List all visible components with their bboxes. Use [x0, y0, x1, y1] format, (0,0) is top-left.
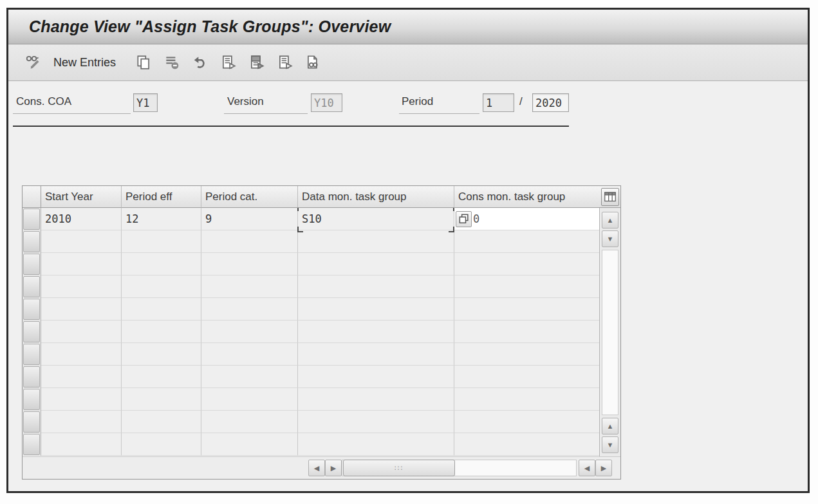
cell-cons-mon-task-group[interactable]	[454, 321, 599, 343]
cell-period-cat[interactable]	[201, 275, 298, 298]
cell-data-mon-task-group[interactable]: S10	[298, 208, 454, 230]
select-all-corner[interactable]	[23, 186, 41, 208]
cell-period-cat[interactable]	[201, 433, 298, 456]
cell-cons-mon-task-group[interactable]	[454, 275, 599, 298]
cell-period-cat[interactable]	[201, 366, 298, 388]
cell-period-eff[interactable]: 12	[122, 208, 201, 230]
cell-period-eff[interactable]	[122, 388, 201, 411]
column-header-data-mon-task-group[interactable]: Data mon. task group	[298, 186, 454, 208]
cell-cons-mon-task-group[interactable]	[454, 433, 599, 456]
cell-cons-mon-task-group[interactable]	[454, 230, 599, 253]
row-select-button[interactable]	[23, 209, 40, 230]
cell-start-year[interactable]	[41, 275, 122, 298]
cell-start-year[interactable]	[41, 298, 122, 321]
cell-period-cat[interactable]	[201, 388, 298, 411]
cell-period-cat[interactable]	[201, 321, 298, 343]
column-header-cons-mon-task-group[interactable]: Cons mon. task group	[454, 186, 599, 208]
cell-cons-mon-task-group[interactable]	[454, 253, 599, 275]
cell-period-eff[interactable]	[122, 411, 201, 433]
cell-cons-mon-task-group[interactable]: 0	[454, 208, 599, 230]
cell-period-cat[interactable]	[201, 298, 298, 321]
cell-period-eff[interactable]	[122, 298, 201, 321]
choose-button[interactable]	[304, 53, 323, 72]
possible-entries-button[interactable]	[456, 211, 472, 227]
undo-button[interactable]	[191, 53, 210, 72]
period-year-field[interactable]: 2020	[532, 93, 569, 112]
cell-data-mon-task-group[interactable]	[298, 230, 454, 253]
scroll-down-button-bottom[interactable]: ▼	[602, 436, 618, 453]
scroll-right-button[interactable]: ▶	[325, 460, 342, 476]
scroll-left-button[interactable]: ◀	[308, 460, 325, 476]
delete-button[interactable]	[162, 53, 181, 72]
version-field[interactable]: Y10	[311, 93, 342, 112]
cell-start-year[interactable]	[41, 388, 122, 411]
cell-period-cat[interactable]	[201, 343, 298, 366]
cell-start-year[interactable]	[41, 433, 122, 456]
cell-cursor-corner	[449, 227, 454, 232]
scroll-up-button-bottom[interactable]: ▲	[602, 418, 618, 434]
scroll-up-button[interactable]: ▲	[602, 212, 618, 229]
cell-period-cat[interactable]	[201, 411, 298, 433]
cell-start-year[interactable]	[41, 253, 122, 275]
cell-start-year[interactable]	[41, 343, 122, 366]
cell-data-mon-task-group[interactable]	[298, 411, 454, 433]
cell-cons-mon-task-group[interactable]	[454, 343, 599, 366]
table-settings-button[interactable]	[601, 188, 619, 206]
cell-data-mon-task-group[interactable]	[298, 366, 454, 388]
cell-data-mon-task-group[interactable]	[298, 388, 454, 411]
cell-data-mon-task-group[interactable]	[298, 343, 454, 366]
display-change-button[interactable]	[24, 53, 43, 72]
cell-period-eff[interactable]	[122, 253, 201, 275]
cell-period-cat[interactable]	[201, 253, 298, 275]
row-select-button[interactable]	[23, 389, 40, 410]
cell-start-year[interactable]	[41, 230, 122, 253]
select-all-button[interactable]	[219, 53, 238, 72]
cell-cons-mon-task-group[interactable]	[454, 298, 599, 321]
row-select-button[interactable]	[23, 321, 40, 342]
deselect-all-button[interactable]	[275, 53, 295, 72]
cell-data-mon-task-group[interactable]	[298, 433, 454, 456]
header-fields: Cons. COA Y1 Version Y10 Period 1 / 2020	[8, 81, 808, 133]
cell-start-year[interactable]: 2010	[41, 208, 122, 230]
cell-period-eff[interactable]	[122, 366, 201, 388]
copy-button[interactable]	[134, 53, 153, 72]
scroll-down-button[interactable]: ▼	[602, 230, 618, 247]
cell-period-eff[interactable]	[122, 275, 201, 298]
cell-period-eff[interactable]	[122, 321, 201, 343]
cell-period-cat[interactable]	[201, 230, 298, 253]
column-header-period-eff[interactable]: Period eff	[122, 186, 201, 208]
new-entries-button[interactable]: New Entries	[52, 54, 121, 71]
column-header-period-cat[interactable]: Period cat.	[201, 186, 298, 208]
cell-data-mon-task-group[interactable]	[298, 253, 454, 275]
row-select-button[interactable]	[23, 299, 40, 320]
row-select-button[interactable]	[23, 344, 40, 365]
cell-cons-mon-task-group[interactable]	[454, 366, 599, 388]
scroll-right-button-right[interactable]: ▶	[595, 460, 612, 476]
cell-cons-mon-task-group[interactable]	[454, 411, 599, 433]
vertical-scroll-track[interactable]	[602, 250, 618, 415]
scroll-left-button-right[interactable]: ◀	[579, 460, 595, 476]
row-select-button[interactable]	[23, 231, 40, 252]
row-select-button[interactable]	[23, 366, 40, 387]
cell-period-eff[interactable]	[122, 230, 201, 253]
cell-start-year[interactable]	[41, 411, 122, 433]
cell-data-mon-task-group[interactable]	[298, 321, 454, 343]
cell-period-eff[interactable]	[122, 433, 201, 456]
cell-start-year[interactable]	[41, 366, 122, 388]
row-select-button[interactable]	[23, 411, 40, 433]
horizontal-scroll-thumb[interactable]: ∶∶∶	[343, 460, 455, 476]
row-select-button[interactable]	[23, 434, 40, 455]
cell-period-cat[interactable]: 9	[201, 208, 298, 230]
cell-cons-mon-task-group[interactable]	[454, 388, 599, 411]
cons-coa-field[interactable]: Y1	[133, 93, 158, 112]
row-select-button[interactable]	[23, 276, 40, 297]
row-select-button[interactable]	[23, 254, 40, 275]
cell-data-mon-task-group[interactable]	[298, 298, 454, 321]
cell-start-year[interactable]	[41, 321, 122, 343]
column-header-start-year[interactable]: Start Year	[41, 186, 122, 208]
cell-period-eff[interactable]	[122, 343, 201, 366]
table-body: 2010 12 9 S10	[23, 208, 599, 456]
select-block-button[interactable]	[247, 53, 266, 72]
cell-data-mon-task-group[interactable]	[298, 275, 454, 298]
period-field[interactable]: 1	[483, 93, 514, 112]
